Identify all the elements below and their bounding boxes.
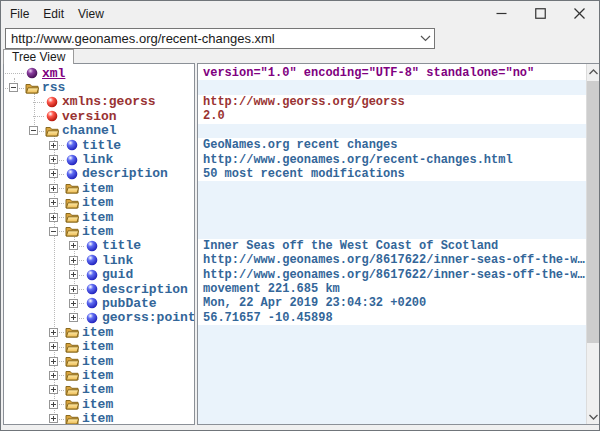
value-row-empty bbox=[198, 196, 586, 210]
expand-toggle[interactable] bbox=[69, 313, 78, 322]
folder-icon bbox=[64, 197, 79, 209]
value-text: 2.0 bbox=[203, 109, 225, 123]
value-row-empty bbox=[198, 181, 586, 195]
expand-toggle[interactable] bbox=[49, 184, 58, 193]
blue-ball-icon bbox=[84, 297, 99, 309]
expand-toggle[interactable] bbox=[49, 414, 58, 423]
tree-node-row[interactable]: channel bbox=[4, 124, 194, 138]
folder-icon bbox=[64, 355, 79, 367]
collapse-toggle[interactable] bbox=[29, 126, 38, 135]
value-row-empty bbox=[198, 383, 586, 397]
value-row-empty bbox=[198, 124, 586, 138]
menu-file[interactable]: File bbox=[3, 3, 36, 25]
value-text: 50 most recent modifications bbox=[203, 167, 405, 181]
expand-toggle[interactable] bbox=[69, 270, 78, 279]
expand-toggle[interactable] bbox=[49, 385, 58, 394]
value-row-empty bbox=[198, 210, 586, 224]
url-value: http://www.geonames.org/recent-changes.x… bbox=[11, 31, 416, 46]
tree-node-row[interactable]: item bbox=[4, 411, 194, 425]
combobox-dropdown-button[interactable] bbox=[416, 29, 434, 48]
xml-tree-panel: xmlrssxmlns:georssversionchanneltitlelin… bbox=[3, 63, 195, 425]
expand-toggle[interactable] bbox=[49, 141, 58, 150]
blue-ball-icon bbox=[64, 168, 79, 180]
folder-icon bbox=[24, 82, 39, 94]
expand-toggle[interactable] bbox=[49, 213, 58, 222]
tree-node-label: guid bbox=[102, 267, 133, 282]
tree-node-row[interactable]: item bbox=[4, 354, 194, 368]
tree-node-row[interactable]: title bbox=[4, 138, 194, 152]
tree-node-row[interactable]: version bbox=[4, 109, 194, 123]
tree-node-row[interactable]: item bbox=[4, 397, 194, 411]
tree-node-row[interactable]: georss:point bbox=[4, 311, 194, 325]
tree-node-row[interactable]: xmlns:georss bbox=[4, 95, 194, 109]
tab-tree-view[interactable]: Tree View bbox=[3, 49, 74, 64]
tree-node-row[interactable]: link bbox=[4, 152, 194, 166]
values: version="1.0" encoding="UTF-8" standalon… bbox=[198, 64, 586, 424]
tree-node-row[interactable]: xml bbox=[4, 66, 194, 80]
tree-node-row[interactable]: description bbox=[4, 282, 194, 296]
close-button[interactable] bbox=[560, 1, 599, 26]
menu-view[interactable]: View bbox=[71, 3, 111, 25]
value-row-empty bbox=[198, 224, 586, 238]
purple-ball-icon bbox=[24, 67, 39, 79]
expand-toggle[interactable] bbox=[69, 241, 78, 250]
maximize-button[interactable] bbox=[521, 1, 560, 26]
expand-toggle[interactable] bbox=[49, 400, 58, 409]
chevron-up-icon bbox=[589, 69, 598, 75]
tree-node-row[interactable]: item bbox=[4, 383, 194, 397]
tree-node-label: xmlns:georss bbox=[62, 94, 156, 109]
expand-toggle[interactable] bbox=[69, 256, 78, 265]
url-combobox[interactable]: http://www.geonames.org/recent-changes.x… bbox=[5, 28, 435, 49]
tree-node-label: description bbox=[102, 282, 188, 297]
blue-ball-icon bbox=[84, 283, 99, 295]
expand-toggle[interactable] bbox=[49, 328, 58, 337]
tree-node-label: link bbox=[82, 152, 113, 167]
menu-edit[interactable]: Edit bbox=[36, 3, 71, 25]
expand-toggle[interactable] bbox=[69, 285, 78, 294]
blue-ball-icon bbox=[84, 240, 99, 252]
tree-node-row[interactable]: pubDate bbox=[4, 296, 194, 310]
value-row-empty bbox=[198, 368, 586, 382]
vertical-scrollbar[interactable] bbox=[586, 64, 599, 424]
value-row-empty bbox=[198, 397, 586, 411]
folder-icon bbox=[64, 398, 79, 410]
tree-node-label: georss:point bbox=[102, 310, 195, 325]
tree-node-row[interactable]: description bbox=[4, 167, 194, 181]
red-ball-icon bbox=[44, 110, 59, 122]
scroll-down-button[interactable] bbox=[587, 409, 599, 424]
expand-toggle[interactable] bbox=[49, 155, 58, 164]
tree-node-label: xml bbox=[42, 66, 65, 81]
value-row: Inner Seas off the West Coast of Scotlan… bbox=[198, 239, 586, 253]
tree-node-row[interactable]: item bbox=[4, 325, 194, 339]
tree-node-label: title bbox=[82, 138, 121, 153]
tree-node-row[interactable]: link bbox=[4, 253, 194, 267]
tree-node-row[interactable]: item bbox=[4, 196, 194, 210]
collapse-toggle[interactable] bbox=[9, 83, 18, 92]
tree-node-row[interactable]: item bbox=[4, 224, 194, 238]
value-row: http://www.georss.org/georss bbox=[198, 95, 586, 109]
expand-toggle[interactable] bbox=[49, 342, 58, 351]
expand-toggle[interactable] bbox=[49, 371, 58, 380]
expand-toggle[interactable] bbox=[49, 198, 58, 207]
value-row-empty bbox=[198, 339, 586, 353]
expand-toggle[interactable] bbox=[69, 299, 78, 308]
minimize-button[interactable] bbox=[482, 1, 521, 26]
tree-node-row[interactable]: title bbox=[4, 239, 194, 253]
folder-icon bbox=[64, 211, 79, 223]
folder-icon bbox=[44, 125, 59, 137]
tree-node-label: item bbox=[82, 354, 113, 369]
tree-node-label: rss bbox=[42, 80, 65, 95]
expand-toggle[interactable] bbox=[49, 169, 58, 178]
tree-node-row[interactable]: item bbox=[4, 368, 194, 382]
blue-ball-icon bbox=[84, 254, 99, 266]
expand-toggle[interactable] bbox=[49, 357, 58, 366]
collapse-toggle[interactable] bbox=[49, 227, 58, 236]
tree-node-row[interactable]: item bbox=[4, 339, 194, 353]
tree-node-row[interactable]: guid bbox=[4, 267, 194, 281]
tree-node-row[interactable]: item bbox=[4, 181, 194, 195]
tree-node-row[interactable]: rss bbox=[4, 80, 194, 94]
tree-node-row[interactable]: item bbox=[4, 210, 194, 224]
scroll-up-button[interactable] bbox=[587, 64, 599, 79]
app-window: File Edit View http://www.geonames.org/r… bbox=[0, 0, 600, 431]
scrollbar-thumb[interactable] bbox=[587, 81, 599, 343]
